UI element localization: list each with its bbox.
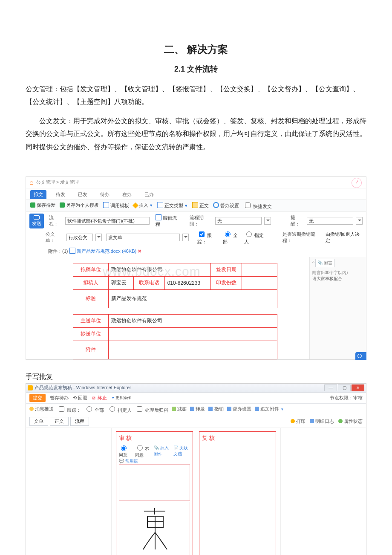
home-icon[interactable]: ⌂ xyxy=(29,179,34,186)
val-phone[interactable]: 010-82602233 xyxy=(164,276,210,289)
paragraph-1: 公文管理：包括【发文管理】、【收文管理】、【签报管理】、【公文交换】、【公文督办… xyxy=(26,83,366,109)
subtab-form[interactable]: 文单 xyxy=(29,417,48,426)
heading-2: 2.1 文件流转 xyxy=(26,64,366,74)
deadline-select[interactable]: 无 xyxy=(215,217,262,225)
sound-icon[interactable] xyxy=(355,352,366,360)
side-limit-text: 附言(500个字以内) xyxy=(312,270,363,276)
window-minimize-button[interactable]: — xyxy=(324,384,337,391)
body-button[interactable]: 正文 xyxy=(192,202,209,209)
form-type-chevron-icon[interactable] xyxy=(95,234,102,241)
heading-1: 二、 解决方案 xyxy=(26,43,366,56)
archive-checkbox[interactable]: 处理后归档 xyxy=(135,405,168,413)
val-drafter[interactable]: 郭宝云 xyxy=(109,276,134,289)
recheck-title: 复 核 xyxy=(202,434,273,444)
window-close-button[interactable]: ✕ xyxy=(352,384,364,391)
signature-area[interactable] xyxy=(119,502,190,555)
form-name-chevron-icon[interactable] xyxy=(182,234,189,241)
msg-push-button[interactable]: 消息推送 xyxy=(29,406,54,412)
attach-count-label: 附件：(1) xyxy=(48,249,68,254)
quick-send-checkbox[interactable]: 快捷发文 xyxy=(243,201,272,210)
common-phrase-link[interactable]: 💬 常用语 xyxy=(119,458,138,464)
temp-save-button[interactable]: 暂存待办 xyxy=(50,395,69,401)
send-form-table: 拟稿单位 致远协创软件有限公司 签发日期 拟稿人 郭宝云 联系电话 010-82… xyxy=(73,263,277,359)
revoke-button[interactable]: 撤销 xyxy=(208,406,223,412)
cancel-label: 是否逾期撤销流程： xyxy=(282,231,323,244)
disagree-radio[interactable]: 不同意 xyxy=(135,444,152,458)
call-template-button[interactable]: 调用模板 xyxy=(103,202,129,209)
paragraph-2: 公文发文：用于完成对外公文的拟文、审核、审批（或会签）、签发、复核、封发和归档的… xyxy=(26,115,366,153)
lbl-title: 标题 xyxy=(73,289,109,308)
val-attach[interactable] xyxy=(109,341,277,359)
remove-attachment-icon[interactable]: ✕ xyxy=(138,249,141,254)
val-copies[interactable] xyxy=(242,276,277,289)
val-sign-date[interactable] xyxy=(242,263,277,276)
track-all-radio[interactable]: 全部 xyxy=(223,230,242,245)
log-button[interactable]: 明细日志 xyxy=(310,418,334,425)
side-tip-text: 请大家积极配合 xyxy=(312,276,363,282)
screenshot-handwrite: 产品规范发布初稿 - Windows Internet Explorer — ▢… xyxy=(26,383,366,555)
track-assign-radio[interactable]: 指定人 xyxy=(244,230,268,245)
insert-attach-link[interactable]: 📎 插入附件 xyxy=(154,445,170,457)
subtab-body[interactable]: 正文 xyxy=(50,417,69,426)
remind-select[interactable]: 无 xyxy=(307,217,353,225)
lbl-mainsend: 主送单位 xyxy=(73,314,109,327)
tab-doing[interactable]: 在办 xyxy=(119,190,135,199)
supervise-button[interactable]: 督办设置 xyxy=(213,202,239,209)
submit-button[interactable]: 提交 xyxy=(29,394,46,402)
tab-draft[interactable]: 拟文 xyxy=(30,190,46,199)
recheck-panel: 复 核 xyxy=(199,431,276,555)
reduce-button[interactable]: 减签 xyxy=(172,406,187,412)
track-assign-radio-2[interactable]: 指定人 xyxy=(107,405,132,413)
relate-doc-link[interactable]: 📄 关联文档 xyxy=(173,445,190,457)
body-type-button[interactable]: 正文类型▼ xyxy=(157,202,188,209)
side-attach-header[interactable]: 📎 附言 xyxy=(315,259,334,267)
window-maximize-button[interactable]: ▢ xyxy=(338,384,351,391)
track-checkbox[interactable]: 跟踪： xyxy=(197,230,220,245)
track-all-radio-2[interactable]: 全部 xyxy=(84,405,104,413)
lbl-cc: 抄送单位 xyxy=(73,327,109,341)
val-draft-unit[interactable]: 致远协创软件有限公司 xyxy=(109,263,211,276)
send-button[interactable]: 发送 xyxy=(29,214,44,228)
remind-chevron-icon[interactable] xyxy=(356,217,363,225)
lbl-drafter: 拟稿人 xyxy=(73,276,109,289)
agree-radio[interactable]: 同意 xyxy=(119,444,133,458)
edit-process-button[interactable]: 编辑流程 xyxy=(156,214,181,228)
forward-button[interactable]: 转发 xyxy=(190,406,205,412)
tab-done[interactable]: 已办 xyxy=(141,190,157,199)
right-gutter xyxy=(280,428,366,555)
val-cc[interactable] xyxy=(109,327,277,341)
save-template-button[interactable]: 另存为个人模板 xyxy=(60,202,99,208)
window-title: 产品规范发布初稿 - Windows Internet Explorer xyxy=(35,384,131,391)
review-title: 审 核 xyxy=(119,434,190,444)
process-label: 流程： xyxy=(49,214,63,227)
form-type-select[interactable]: 行政公文 xyxy=(66,234,93,241)
add-attach-button[interactable]: 追加附件 ▾ xyxy=(255,406,283,412)
screenshot-send-doc: www.bdocx.com ⌂ 公文管理 > 发文管理 拟文 待发 已发 待办 … xyxy=(26,176,366,360)
back-button[interactable]: ⟲ 回退 xyxy=(73,395,87,401)
stop-button[interactable]: ⦻ 终止 xyxy=(92,395,107,401)
subtab-process[interactable]: 流程 xyxy=(70,417,89,426)
deadline-chevron-icon[interactable] xyxy=(264,217,271,225)
val-mainsend[interactable]: 致远协创软件有限公司 xyxy=(109,314,277,327)
left-gutter xyxy=(26,428,112,555)
insert-button[interactable]: 插入▼ xyxy=(133,202,153,208)
lbl-phone: 联系电话 xyxy=(133,276,164,289)
form-name-select[interactable]: 发文单 xyxy=(106,234,179,241)
lbl-attach: 附件 xyxy=(73,341,109,359)
lbl-copies: 印发份数 xyxy=(211,276,242,289)
print-button[interactable]: 打印 xyxy=(291,418,306,425)
attachment-link[interactable]: 新产品发布规范.docx (46KB) xyxy=(77,249,137,254)
supervise-button-2[interactable]: 督办设置 xyxy=(227,406,251,412)
tab-todo[interactable]: 待办 xyxy=(97,190,113,199)
attr-button[interactable]: 属性状态 xyxy=(338,418,363,425)
tab-sent[interactable]: 已发 xyxy=(75,190,91,199)
val-title[interactable]: 新产品发布规范 xyxy=(109,289,277,308)
side-panel: ^ 📎 附言 附言(500个字以内) 请大家积极配合 xyxy=(309,257,366,359)
process-input[interactable]: 软件测试部(不包含子部门)(串批) xyxy=(65,217,150,225)
more-actions-button[interactable]: ▾ 更多操作 xyxy=(112,395,131,401)
review-textarea[interactable] xyxy=(119,464,190,501)
tab-tosend[interactable]: 待发 xyxy=(52,190,69,199)
file-icon xyxy=(69,248,75,254)
track-checkbox-2[interactable]: 跟踪： xyxy=(57,405,81,413)
save-draft-button[interactable]: 保存待发 xyxy=(30,202,55,208)
